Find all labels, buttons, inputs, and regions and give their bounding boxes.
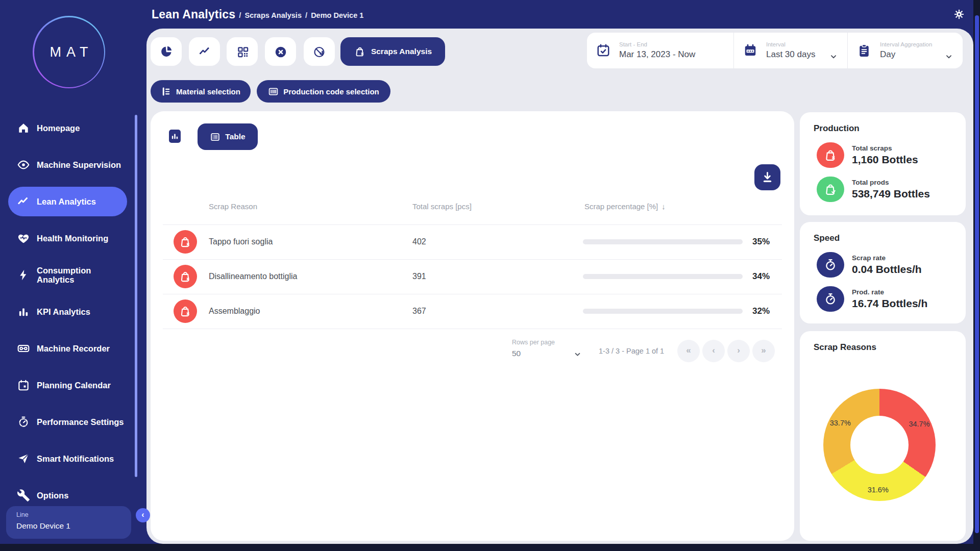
donut-label-0: 34.7% <box>909 420 929 428</box>
toolbar-tab-no-data[interactable] <box>304 37 335 66</box>
trend-icon <box>198 45 211 58</box>
interval-label: Interval <box>766 41 815 47</box>
chevron-down-icon <box>573 350 582 359</box>
sidebar-item-label: Smart Notifications <box>37 454 125 463</box>
chevron-left-icon: ‹ <box>141 510 144 519</box>
scrap-reason-cell: Assemblaggio <box>209 307 260 316</box>
bag-x-icon <box>174 230 197 254</box>
donut-hole <box>850 416 909 474</box>
pagination-prev-button[interactable]: ‹ <box>702 340 725 362</box>
total-prods-stat: Total prods 538,749 Bottles <box>817 177 952 202</box>
total-scraps-cell: 367 <box>412 307 426 316</box>
sidebar-item-label: Machine Recorder <box>37 344 125 353</box>
bolt-icon <box>17 268 30 282</box>
bag-check-icon <box>817 177 844 202</box>
sidebar-item-label: Consumption Analytics <box>37 266 125 285</box>
gauge-icon <box>17 415 30 429</box>
production-code-selection-button[interactable]: Production code selection <box>257 80 390 103</box>
stat-value: 0.04 Bottles/h <box>852 263 922 276</box>
scrap-reasons-panel: Scrap Reasons 34.7% 31.6% 33.7% <box>800 331 966 541</box>
production-code-selection-label: Production code selection <box>283 87 379 96</box>
sidebar-item-machine-supervision[interactable]: Machine Supervision <box>0 146 146 183</box>
sidebar-item-machine-recorder[interactable]: Machine Recorder <box>0 330 146 367</box>
chart-view-toggle-button[interactable] <box>169 130 181 143</box>
sidebar-item-label: Lean Analytics <box>37 197 125 206</box>
pagination-next-button[interactable]: › <box>727 340 750 362</box>
clipboard-icon <box>856 43 872 58</box>
scrap-rate-stat: Scrap rate 0.04 Bottles/h <box>817 252 952 278</box>
settings-gear-icon[interactable] <box>953 9 965 20</box>
sidebar-item-health-monitoring[interactable]: Health Monitoring <box>0 220 146 257</box>
column-header-total-scraps[interactable]: Total scraps [pcs] <box>412 202 472 211</box>
scrap-reason-cell: Disallineamento bottiglia <box>209 272 297 281</box>
breadcrumb-demo-device[interactable]: Demo Device 1 <box>311 10 363 19</box>
column-header-scrap-reason[interactable]: Scrap Reason <box>209 202 257 211</box>
column-header-scrap-percentage[interactable]: Scrap percentage [%] ↓ <box>584 202 666 211</box>
toolbar-tab-trend[interactable] <box>189 37 220 66</box>
chevron-right-icon: › <box>737 345 740 356</box>
sidebar-item-label: Machine Supervision <box>37 160 125 169</box>
sidebar-item-label: Homepage <box>37 123 125 133</box>
date-controls-panel: Start - End Mar 13, 2023 - Now Interval … <box>587 33 963 68</box>
rows-per-page-select[interactable]: 50 <box>512 349 583 358</box>
scrap-percentage-cell: 35% <box>752 237 770 247</box>
table-list-icon <box>210 132 220 142</box>
page-vertical-scrollbar[interactable] <box>973 0 980 551</box>
no-data-chart-icon <box>313 45 326 58</box>
breadcrumb-scraps-analysis[interactable]: Scraps Analysis <box>244 10 302 19</box>
prod-rate-stat: Prod. rate 16.74 Bottles/h <box>817 286 952 312</box>
device-selector-card[interactable]: Line Demo Device 1 <box>6 506 131 539</box>
sidebar-item-performance-settings[interactable]: Performance Settings <box>0 404 146 440</box>
sidebar-scrollbar-thumb[interactable] <box>135 115 137 477</box>
aggregation-control[interactable]: Interval Aggregation Day <box>847 33 963 68</box>
toolbar-tab-scraps-analysis[interactable]: Scraps Analysis <box>340 37 445 66</box>
sidebar-item-label: KPI Analytics <box>37 307 125 316</box>
app-root: Lean Analytics / Scraps Analysis / Demo … <box>0 0 980 551</box>
material-selection-button[interactable]: Material selection <box>151 80 251 103</box>
sidebar-item-homepage[interactable]: Homepage <box>0 110 146 146</box>
barcode-icon <box>268 86 279 97</box>
stat-value: 1,160 Bottles <box>852 154 918 166</box>
stat-value: 538,749 Bottles <box>852 188 930 200</box>
table-view-toggle-button[interactable]: Table <box>198 123 258 150</box>
download-button[interactable] <box>754 164 780 190</box>
rows-per-page-value: 50 <box>512 349 521 358</box>
date-range-control[interactable]: Start - End Mar 13, 2023 - Now <box>587 33 733 68</box>
stat-label: Scrap rate <box>852 254 922 262</box>
sort-descending-icon[interactable]: ↓ <box>662 202 666 211</box>
pagination-last-button[interactable]: » <box>752 340 775 362</box>
sidebar-item-smart-notifications[interactable]: Smart Notifications <box>0 440 146 477</box>
aggregation-label: Interval Aggregation <box>880 41 932 47</box>
sidebar-item-planning-calendar[interactable]: Planning Calendar <box>0 367 146 404</box>
x-circle-icon <box>274 45 287 58</box>
page-horizontal-scrollbar[interactable] <box>0 544 980 551</box>
interval-control[interactable]: Interval Last 30 days <box>733 33 847 68</box>
pagination-range-text: 1-3 / 3 - Page 1 of 1 <box>599 347 664 355</box>
sidebar: MAT Homepage Machine Supervision <box>0 0 146 551</box>
pagination-first-button[interactable]: « <box>677 340 700 362</box>
eye-icon <box>17 158 30 171</box>
toolbar-tab-stops[interactable] <box>265 37 296 66</box>
table-divider <box>163 329 782 329</box>
sidebar-item-kpi-analytics[interactable]: KPI Analytics <box>0 293 146 330</box>
page-vertical-scrollbar-thumb[interactable] <box>975 15 979 533</box>
pie-chart-icon <box>160 45 173 58</box>
sidebar-collapse-button[interactable]: ‹ <box>136 508 150 522</box>
table-row[interactable]: Tappo fuori soglia 402 35% <box>151 224 794 259</box>
page-title: Lean Analytics <box>152 8 235 21</box>
toolbar-tab-qr-grid[interactable] <box>227 37 258 66</box>
active-tab-label: Scraps Analysis <box>371 47 432 56</box>
stat-label: Total prods <box>852 179 930 186</box>
table-row[interactable]: Disallineamento bottiglia 391 34% <box>151 259 794 294</box>
production-panel-title: Production <box>814 123 952 134</box>
sidebar-item-consumption-analytics[interactable]: Consumption Analytics <box>0 257 146 293</box>
aggregation-value: Day <box>880 49 932 60</box>
sidebar-item-lean-analytics[interactable]: Lean Analytics <box>0 183 146 220</box>
sidebar-item-label: Options <box>37 491 125 500</box>
table-header-row: Scrap Reason Total scraps [pcs] Scrap pe… <box>151 202 794 214</box>
calendar-check-icon <box>596 43 611 58</box>
stopwatch-icon <box>817 252 844 278</box>
device-line-label: Line <box>16 511 121 518</box>
table-row[interactable]: Assemblaggio 367 32% <box>151 294 794 329</box>
toolbar-tab-pie-chart[interactable] <box>151 37 182 66</box>
